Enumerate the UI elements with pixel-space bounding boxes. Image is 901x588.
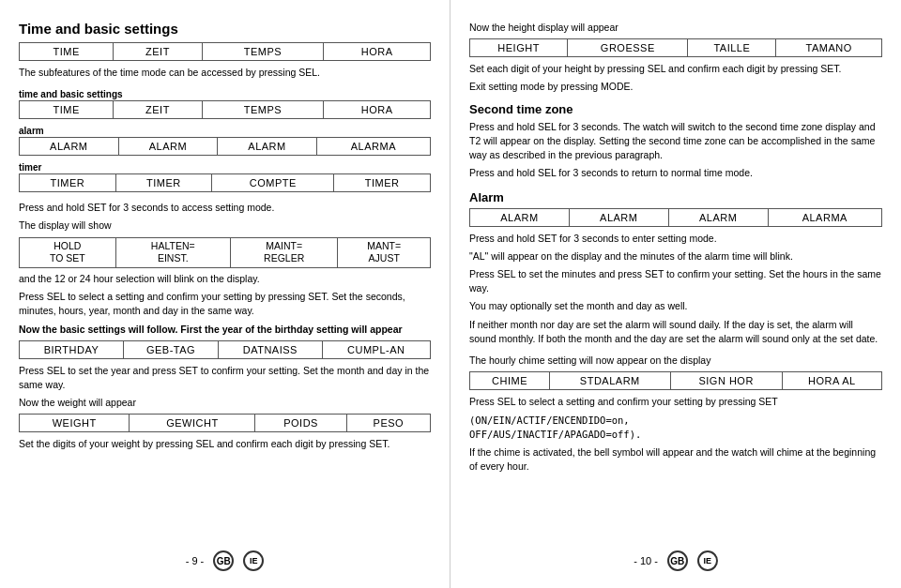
para-sel: The subfeatures of the time mode can be … [19,66,431,80]
label-timer: timer [19,162,431,173]
para-hold-set: Press and hold SET for 3 seconds to acce… [19,201,431,215]
label-alarm: alarm [19,126,431,136]
cell: TIMER [334,174,431,192]
cell: GROESSE [568,39,688,57]
para-second-zone-1: Press and hold SEL for 3 seconds. The wa… [469,120,882,163]
label-height-appear: Now the height display will appear [469,21,882,35]
label-display-will-show: The display will show [19,219,431,233]
label-chime-appear: The hourly chime setting will now appear… [469,354,882,368]
cell: TIME [20,101,114,119]
table-hold-to-set: HOLD TO SET HALTEN= EINST. MAINT= REGLER… [19,237,431,268]
table-time-basic: TIME ZEIT TEMPS HORA [19,100,431,119]
table-chime: CHIME STDALARM SIGN HOR HORA AL [469,371,882,390]
para-alarm-3: Press SEL to set the minutes and press S… [469,267,882,295]
left-title: Time and basic settings [19,21,431,37]
cell-chime: CHIME [470,372,550,390]
table-alarm-right: ALARM ALARM ALARM ALARMA [469,208,882,227]
para-12-24: and the 12 or 24 hour selection will bli… [19,272,431,286]
cell: ALARMA [316,138,430,156]
cell: HOLD TO SET [20,237,116,267]
para-set-height: Set each digit of your height by pressin… [469,62,882,76]
cell: ALARM [668,208,768,226]
cell: PESO [346,415,430,432]
table-weight: WEIGHT GEWICHT POIDS PESO [19,414,431,432]
table-timer: TIMER TIMER COMPTE TIMER [19,173,431,192]
para-exit-mode: Exit setting mode by pressing MODE. [469,80,882,94]
cell: COMPTE [212,174,334,192]
section-time-basic: time and basic settings [19,89,431,99]
table-birthday: BIRTHDAY GEB-TAG DATNAISS CUMPL-AN [19,340,431,359]
cell: GEB-TAG [124,340,219,358]
cell: ALARM [118,138,218,156]
cell: ZEIT [114,101,202,119]
cell: BIRTHDAY [20,340,124,358]
section-second-time-zone: Second time zone [469,102,882,116]
cell: TEMPS [202,101,324,119]
para-chime-1: Press SEL to select a setting and confir… [469,395,882,409]
cell: MAINT= REGLER [230,237,338,267]
cell: TIMER [20,174,116,192]
cell: TAILLE [688,39,776,57]
left-footer: - 9 - GB IE [19,545,431,571]
para-chime-on-off: (ON/EIN/ACTIF/ENCENDIDO=on,OFF/AUS/INACT… [469,414,882,442]
cell: ALARM [218,138,317,156]
cell: ALARM [470,208,570,226]
right-badge-ie: IE [697,550,718,571]
cell: HALTEN= EINST. [115,237,230,267]
left-badge-gb: GB [213,550,234,571]
cell-stdalarm: STDALARM [550,372,670,390]
para-basic-settings: Now the basic settings will follow. Firs… [19,323,431,337]
page-left: Time and basic settings TIME ZEIT TEMPS … [0,0,450,588]
cell: TEMPS [202,43,324,61]
cell: TIME [20,43,114,61]
right-badge-gb: GB [667,550,688,571]
cell: HEIGHT [470,39,568,57]
left-page-num: - 9 - [186,555,205,566]
cell: CUMPL-AN [322,340,430,358]
cell: POIDS [255,415,346,432]
label-weight-appear: Now the weight will appear [19,396,431,410]
para-press-sel: Press SEL to select a setting and confir… [19,290,431,318]
cell: TIMER [115,174,212,192]
page-right: Now the height display will appear HEIGH… [450,0,901,588]
cell: WEIGHT [20,415,130,432]
table-alarm: ALARM ALARM ALARM ALARMA [19,137,431,156]
cell: DATNAISS [219,340,322,358]
right-page-num: - 10 - [634,555,658,566]
cell: ALARMA [768,208,881,226]
cell: GEWICHT [130,415,255,432]
para-alarm-5: If neither month nor day are set the ala… [469,318,882,346]
para-second-zone-2: Press and hold SEL for 3 seconds to retu… [469,166,882,180]
right-footer: - 10 - GB IE [469,545,882,571]
para-set-year: Press SEL to set the year and press SET … [19,364,431,392]
para-set-weight: Set the digits of your weight by pressin… [19,437,431,451]
left-badge-ie: IE [243,550,264,571]
para-alarm-2: "AL" will appear on the display and the … [469,249,882,264]
cell: MANT= AJUST [338,237,431,267]
section-alarm: Alarm [469,190,882,204]
cell: ALARM [20,138,119,156]
cell: ALARM [569,208,668,226]
cell-hora-al: HORA AL [782,372,881,390]
table-height: HEIGHT GROESSE TAILLE TAMANO [469,38,882,57]
cell: TAMANO [776,39,882,57]
para-chime-2: If the chime is activated, the bell symb… [469,445,882,474]
para-alarm-1: Press and hold SET for 3 seconds to ente… [469,232,882,246]
cell: HORA [324,43,431,61]
para-alarm-4: You may optionally set the month and day… [469,299,882,313]
table-time-modes: TIME ZEIT TEMPS HORA [19,42,431,61]
cell: HORA [324,101,431,119]
cell-sign-hor: SIGN HOR [670,372,782,390]
cell: ZEIT [114,43,202,61]
